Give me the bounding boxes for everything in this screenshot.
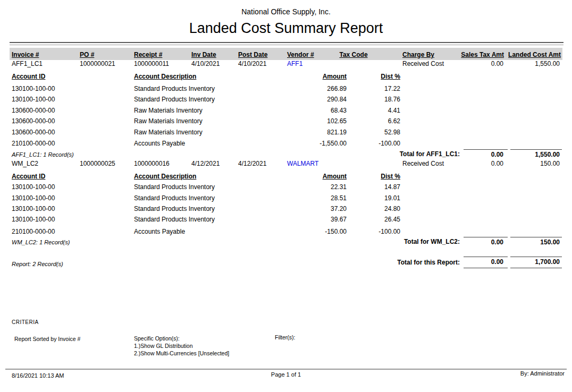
col-header-inv-date: Inv Date	[191, 51, 216, 58]
receipt-number: 1000000016	[134, 160, 170, 167]
account-id: 130100-100-00	[12, 183, 55, 191]
inv-date: 4/10/2021	[191, 60, 220, 67]
gl-header-account-desc: Account Description	[134, 173, 196, 180]
group-record-count: AFF1_LC1: 1 Record(s)	[12, 151, 74, 158]
gl-header-account-id: Account ID	[12, 173, 45, 180]
gl-row: 210100-000-00 Accounts Payable -1,550.00…	[0, 140, 572, 150]
group-total-label: Total for WM_LC2:	[404, 238, 460, 245]
post-date: 4/10/2021	[238, 60, 266, 67]
gl-amount: 290.84	[327, 96, 347, 103]
account-id: 130100-100-00	[12, 194, 55, 202]
criteria-option-2: 2.)Show Multi-Currencies [Unselected]	[134, 350, 229, 356]
col-header-tax-code: Tax Code	[331, 51, 376, 58]
gl-amount: 102.65	[327, 117, 347, 125]
group-footer-row: AFF1_LC1: 1 Record(s) Total for AFF1_LC1…	[0, 150, 572, 161]
po-number: 1000000025	[80, 160, 115, 167]
group-total-landed-cost: 150.00	[510, 237, 562, 246]
invoice-number: WM_LC2	[12, 160, 38, 167]
title-divider	[10, 42, 563, 45]
landed-cost-amount: 1,550.00	[535, 60, 560, 67]
col-header-vendor: Vendor #	[287, 51, 314, 58]
vendor-link[interactable]: WALMART	[287, 160, 318, 167]
sales-tax-amount: 0.00	[491, 60, 503, 67]
gl-row: 130100-100-00 Standard Products Inventor…	[0, 194, 572, 205]
vendor-link[interactable]: AFF1	[287, 60, 302, 67]
criteria-option-1: 1.)Show GL Distribution	[134, 343, 193, 349]
gl-row: 130600-000-00 Raw Materials Inventory 10…	[0, 117, 572, 128]
account-description: Raw Materials Inventory	[134, 107, 203, 114]
charge-by-value: Received Cost	[402, 160, 444, 167]
col-header-landed-cost: Landed Cost Amt	[508, 51, 561, 58]
group-total-sales-tax: 0.00	[464, 237, 508, 246]
account-id: 210100-000-00	[12, 140, 55, 147]
group-total-label: Total for AFF1_LC1:	[400, 150, 460, 158]
account-description: Raw Materials Inventory	[134, 117, 203, 125]
po-number: 1000000021	[80, 60, 115, 67]
account-id: 130100-100-00	[12, 216, 55, 223]
post-date: 4/12/2021	[238, 160, 266, 167]
criteria-details: Report Sorted by Invoice # Specific Opti…	[0, 334, 572, 360]
gl-dist-pct: -100.00	[378, 140, 400, 147]
gl-dist-pct: 24.80	[384, 205, 400, 212]
gl-header-row: Account ID Account Description Amount Di…	[0, 73, 572, 83]
gl-header-account-desc: Account Description	[134, 73, 196, 80]
gl-header-dist-pct: Dist %	[381, 173, 400, 180]
footer-by-user: By: Administrator	[520, 370, 565, 377]
gl-dist-pct: 17.22	[384, 85, 400, 92]
gl-amount: 39.67	[331, 216, 347, 223]
gl-dist-pct: 19.01	[384, 194, 400, 202]
gl-amount: -150.00	[325, 228, 347, 235]
gl-amount: 28.51	[331, 194, 347, 202]
landed-cost-amount: 150.00	[540, 160, 560, 167]
account-id: 130600-000-00	[12, 129, 55, 136]
account-description: Standard Products Inventory	[134, 85, 215, 92]
account-id: 210100-000-00	[12, 228, 55, 235]
receipt-number: 1000000011	[134, 60, 169, 67]
col-header-invoice: Invoice #	[12, 51, 39, 58]
gl-row: 130600-000-00 Raw Materials Inventory 68…	[0, 107, 572, 117]
report-total-landed-cost: 1,700.00	[510, 257, 562, 268]
gl-row: 130100-100-00 Standard Products Inventor…	[0, 85, 572, 96]
gl-header-row: Account ID Account Description Amount Di…	[0, 173, 572, 183]
gl-row: 130100-100-00 Standard Products Inventor…	[0, 205, 572, 216]
account-description: Accounts Payable	[134, 228, 185, 235]
account-description: Standard Products Inventory	[134, 96, 215, 103]
account-id: 130600-000-00	[12, 117, 55, 125]
report-total-sales-tax: 0.00	[464, 257, 508, 268]
account-description: Accounts Payable	[134, 140, 185, 147]
gl-amount: -1,550.00	[319, 140, 347, 147]
company-name: National Office Supply, Inc.	[0, 7, 572, 16]
gl-dist-pct: 14.87	[384, 183, 400, 191]
inv-date: 4/12/2021	[191, 160, 220, 167]
col-header-post-date: Post Date	[238, 51, 267, 58]
col-header-po: PO #	[80, 51, 94, 58]
gl-amount: 22.31	[331, 183, 347, 191]
footer-divider	[5, 369, 567, 370]
gl-row: 130600-000-00 Raw Materials Inventory 82…	[0, 129, 572, 139]
footer-page-number: Page 1 of 1	[0, 371, 572, 378]
invoice-row: AFF1_LC1 1000000021 1000000011 4/10/2021…	[0, 60, 572, 71]
account-description: Standard Products Inventory	[134, 216, 215, 223]
charge-by-value: Received Cost	[402, 60, 444, 67]
report-page: National Office Supply, Inc. Landed Cost…	[0, 0, 572, 392]
account-id: 130100-100-00	[12, 85, 55, 92]
criteria-section: CRITERIA	[0, 319, 572, 330]
criteria-options-label: Specific Option(s):	[134, 335, 180, 342]
account-description: Raw Materials Inventory	[134, 129, 203, 136]
criteria-heading: CRITERIA	[12, 319, 39, 325]
account-description: Standard Products Inventory	[134, 194, 215, 202]
gl-row: 130100-100-00 Standard Products Inventor…	[0, 96, 572, 106]
criteria-filters-label: Filter(s):	[275, 334, 296, 340]
gl-dist-pct: -100.00	[378, 228, 400, 235]
report-record-count: Report: 2 Record(s)	[12, 261, 63, 267]
account-description: Standard Products Inventory	[134, 205, 215, 212]
group-total-landed-cost: 1,550.00	[510, 149, 562, 158]
gl-dist-pct: 6.62	[388, 117, 400, 125]
gl-dist-pct: 52.98	[384, 129, 400, 136]
gl-dist-pct: 26.45	[384, 216, 400, 223]
col-header-receipt: Receipt #	[134, 51, 162, 58]
gl-amount: 266.89	[327, 85, 347, 92]
account-description: Standard Products Inventory	[134, 183, 215, 191]
gl-header-amount: Amount	[323, 73, 347, 80]
criteria-sort: Report Sorted by Invoice #	[14, 336, 80, 342]
